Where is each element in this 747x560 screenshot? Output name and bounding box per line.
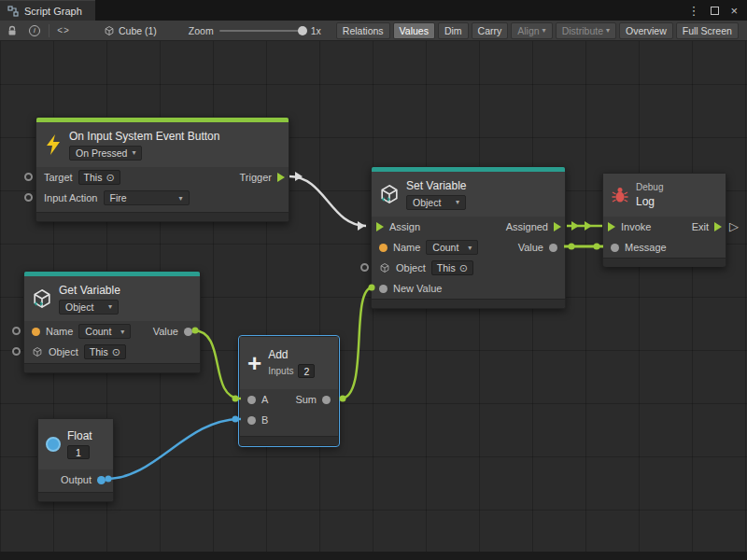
- variable-name-dropdown[interactable]: Count ▾: [78, 324, 131, 339]
- output-out-port[interactable]: [97, 476, 106, 484]
- kebab-menu-icon[interactable]: ⋮: [687, 4, 699, 18]
- node-footer: [24, 363, 200, 372]
- code-icon[interactable]: <>: [55, 22, 72, 39]
- node-header: Debug Log: [603, 174, 726, 217]
- a-label: A: [261, 394, 268, 405]
- wire-arrow: [585, 221, 592, 231]
- tab-script-graph[interactable]: Script Graph: [0, 0, 95, 21]
- input-action-dropdown[interactable]: Fire ▾: [104, 190, 190, 205]
- carry-button[interactable]: Carry: [472, 22, 509, 39]
- output-label: Output: [61, 474, 92, 485]
- port-object-in[interactable]: [12, 347, 21, 356]
- node-get-variable[interactable]: Get Variable Object ▾ Name Count ▾ Value: [23, 271, 201, 373]
- variable-scope-dropdown[interactable]: Object ▾: [59, 300, 119, 315]
- trigger-label: Trigger: [240, 172, 272, 183]
- new-value-in-port[interactable]: [379, 285, 388, 293]
- node-row-target: Target This ⊙ Trigger: [36, 167, 289, 188]
- wire-arrow: [571, 221, 579, 231]
- sum-label: Sum: [295, 394, 317, 405]
- value-out-port[interactable]: [184, 328, 192, 336]
- value-label: Value: [518, 242, 543, 253]
- node-on-input-system-event[interactable]: On Input System Event Button On Pressed …: [35, 117, 289, 222]
- invoke-in-port[interactable]: [608, 222, 615, 231]
- graph-toolbar: i <> Cube (1) Zoom 1x Relations Values D…: [0, 21, 747, 41]
- variable-cube-icon: [379, 183, 400, 205]
- object-label: Object: [49, 346, 78, 357]
- node-set-variable[interactable]: Set Variable Object ▾ Assign Assigned Na…: [371, 166, 566, 309]
- target-icon: ⊙: [106, 172, 114, 184]
- value-out-port[interactable]: [549, 244, 557, 252]
- assign-label: Assign: [389, 221, 420, 232]
- object-self-chip[interactable]: This ⊙: [431, 260, 473, 275]
- a-in-port[interactable]: [247, 396, 256, 404]
- name-label: Name: [393, 242, 420, 253]
- relations-button[interactable]: Relations: [336, 22, 390, 39]
- port-object-in[interactable]: [360, 263, 369, 272]
- target-self-chip[interactable]: This ⊙: [78, 170, 120, 185]
- cube-icon: [32, 346, 43, 357]
- assign-in-port[interactable]: [376, 222, 384, 231]
- lock-icon[interactable]: [4, 22, 21, 39]
- distribute-button[interactable]: Distribute▾: [556, 22, 616, 39]
- graph-canvas[interactable]: On Input System Event Button On Pressed …: [0, 41, 747, 552]
- invoke-label: Invoke: [621, 221, 651, 232]
- node-row-object: Object This ⊙: [24, 342, 200, 362]
- values-button[interactable]: Values: [393, 22, 435, 39]
- info-icon[interactable]: i: [26, 22, 43, 39]
- node-header: Float 1: [38, 419, 113, 469]
- wire-trigger-assign: [289, 176, 366, 226]
- zoom-slider-handle[interactable]: [298, 26, 307, 35]
- trigger-out-port[interactable]: [277, 173, 285, 182]
- zoom-slider[interactable]: [219, 30, 305, 32]
- event-mode-dropdown[interactable]: On Pressed ▾: [69, 146, 142, 161]
- bug-icon: [611, 186, 629, 204]
- name-in-port[interactable]: [32, 328, 40, 336]
- node-row-invoke: Invoke Exit: [603, 217, 726, 237]
- node-row-a: A Sum: [240, 389, 338, 410]
- node-add[interactable]: + Add Inputs 2 A Sum B: [239, 336, 339, 446]
- variable-scope-dropdown[interactable]: Object ▾: [406, 195, 466, 210]
- node-float-literal[interactable]: Float 1 Output: [37, 418, 114, 502]
- object-self-chip[interactable]: This ⊙: [84, 344, 126, 359]
- name-in-port[interactable]: [379, 244, 388, 252]
- node-row-name: Name Count ▾ Value: [372, 237, 565, 258]
- float-value-field[interactable]: 1: [67, 445, 90, 459]
- overview-button[interactable]: Overview: [619, 22, 673, 39]
- exit-out-port[interactable]: [714, 222, 722, 231]
- graph-object-reference[interactable]: Cube (1): [104, 25, 157, 36]
- sum-out-port[interactable]: [322, 396, 331, 404]
- port-target-in[interactable]: [24, 173, 33, 181]
- tab-title: Script Graph: [24, 6, 82, 17]
- caret-down-icon: ▾: [456, 198, 459, 206]
- node-footer: [36, 212, 289, 221]
- dim-button[interactable]: Dim: [438, 22, 469, 39]
- inputs-count-field[interactable]: 2: [298, 364, 315, 378]
- name-label: Name: [46, 326, 73, 337]
- message-in-port[interactable]: [611, 244, 619, 252]
- caret-down-icon: ▾: [543, 26, 546, 35]
- caret-down-icon: ▾: [468, 244, 472, 252]
- toolbar-buttons: Relations Values Dim Carry Align▾ Distri…: [336, 22, 739, 39]
- flow-arrow-outline-icon[interactable]: ▷: [729, 219, 739, 233]
- zoom-control: Zoom 1x: [189, 25, 321, 36]
- maximize-icon[interactable]: [711, 7, 719, 15]
- node-footer: [38, 492, 113, 501]
- b-in-port[interactable]: [247, 416, 256, 425]
- float-circle-icon: [46, 437, 61, 452]
- wire-sum-newvalue: [341, 287, 373, 399]
- align-button[interactable]: Align▾: [511, 22, 552, 39]
- exit-label: Exit: [692, 221, 709, 232]
- fullscreen-button[interactable]: Full Screen: [676, 22, 739, 39]
- port-input-action-in[interactable]: [24, 193, 33, 202]
- assigned-out-port[interactable]: [554, 222, 561, 231]
- variable-name-dropdown[interactable]: Count ▾: [426, 240, 478, 255]
- node-category: Debug: [636, 182, 663, 192]
- node-row-name: Name Count ▾ Value: [24, 321, 200, 342]
- node-row-new-value: New Value: [372, 278, 565, 299]
- port-name-in[interactable]: [12, 327, 21, 335]
- wire-float-b: [106, 419, 241, 479]
- close-icon[interactable]: ×: [730, 4, 738, 18]
- object-name: Cube (1): [119, 25, 157, 36]
- node-debug-log[interactable]: Debug Log Invoke Exit Message: [602, 173, 726, 267]
- inputs-label: Inputs: [268, 366, 293, 376]
